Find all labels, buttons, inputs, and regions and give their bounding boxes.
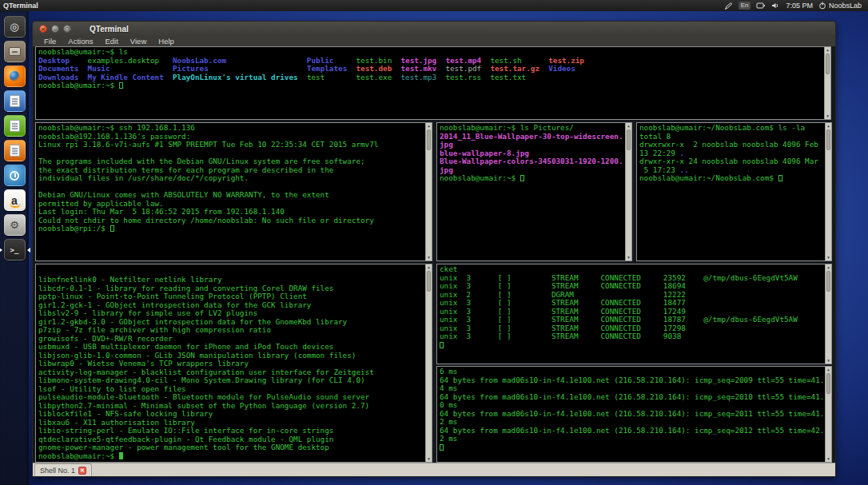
- menu-actions[interactable]: Actions: [68, 37, 93, 46]
- tablet-pen-icon[interactable]: [724, 2, 733, 10]
- qterminal-window: ✕ – ▢ QTerminal File Actions Edit View H…: [32, 21, 836, 477]
- pane-scrollbar[interactable]: ▲▼: [824, 47, 830, 119]
- writer-document-icon: [10, 95, 20, 107]
- panel-app-title: QTerminal: [0, 2, 38, 10]
- software-center-icon: [10, 171, 19, 181]
- calc-spreadsheet-icon: [10, 120, 20, 132]
- unity-launcher: ◎ a ⚙ >_: [0, 11, 29, 485]
- amazon-icon: a: [11, 196, 18, 205]
- tab-label: Shell No. 1: [40, 467, 75, 475]
- menu-view[interactable]: View: [130, 37, 146, 46]
- dash-swirl-icon: ◎: [10, 22, 18, 32]
- pane-scrollbar[interactable]: ▲▼: [825, 367, 831, 462]
- session-username: NoobsLab: [829, 2, 862, 10]
- launcher-item-libreoffice-impress[interactable]: [4, 140, 26, 161]
- tab-close-icon[interactable]: ✕: [78, 467, 86, 475]
- active-app-indicator-left: [0, 248, 2, 252]
- terminal-pane-ls-home[interactable]: noobslab@umair:~$ lsDesktop examples.des…: [35, 46, 831, 120]
- terminal-tab-bar: Shell No. 1 ✕: [33, 463, 835, 476]
- terminal-pane-ls-pictures[interactable]: noobslab@umair:~$ ls Pictures/2014_11_Bl…: [436, 122, 632, 261]
- window-close-button[interactable]: ✕: [39, 25, 47, 33]
- launcher-item-amazon[interactable]: a: [4, 189, 26, 211]
- window-maximize-button[interactable]: ▢: [63, 25, 71, 33]
- battery-icon[interactable]: [756, 2, 766, 10]
- pane-scrollbar[interactable]: ▲▼: [425, 123, 432, 260]
- active-app-indicator-right: [27, 248, 30, 252]
- impress-presentation-icon: [10, 145, 20, 157]
- menu-file[interactable]: File: [44, 37, 56, 46]
- session-menu[interactable]: NoobsLab: [818, 2, 862, 10]
- desktop-top-panel: QTerminal En 7:05 PM NoobsLab: [0, 0, 868, 11]
- tab-shell-1[interactable]: Shell No. 1 ✕: [34, 463, 92, 476]
- launcher-item-libreoffice-writer[interactable]: [4, 90, 26, 112]
- pane-scrollbar[interactable]: ▲▼: [425, 264, 432, 462]
- launcher-item-firefox[interactable]: [4, 66, 26, 87]
- launcher-item-qterminal[interactable]: >_: [4, 239, 26, 260]
- window-titlebar[interactable]: ✕ – ▢ QTerminal: [33, 22, 835, 36]
- terminal-split-area: noobslab@umair:~$ lsDesktop examples.des…: [33, 46, 835, 463]
- power-icon: [818, 2, 826, 10]
- menu-edit[interactable]: Edit: [105, 37, 117, 46]
- sound-icon[interactable]: [771, 2, 780, 10]
- terminal-prompt-icon: >_: [10, 246, 19, 254]
- launcher-item-files[interactable]: [4, 41, 26, 62]
- terminal-pane-packages[interactable]: libnfnetlink0 - Netfilter netlink librar…: [35, 264, 432, 463]
- system-tray: En 7:05 PM NoobsLab: [724, 2, 868, 10]
- keyboard-layout-indicator[interactable]: En: [739, 2, 751, 10]
- launcher-item-dash-home[interactable]: ◎: [4, 16, 26, 38]
- gear-icon: ⚙: [10, 220, 19, 230]
- clock[interactable]: 7:05 PM: [786, 2, 813, 10]
- terminal-pane-ping[interactable]: 6 ms64 bytes from mad06s10-in-f4.1e100.n…: [436, 366, 832, 463]
- terminal-pane-ls-la[interactable]: noobslab@umair:~/NoobsLab.com$ ls -latot…: [636, 122, 832, 261]
- firefox-icon: [10, 71, 20, 81]
- file-cabinet-icon: [9, 47, 21, 56]
- pane-scrollbar[interactable]: ▲▼: [625, 123, 631, 260]
- menu-bar: File Actions Edit View Help: [33, 36, 835, 46]
- pane-scrollbar[interactable]: ▲▼: [825, 264, 831, 364]
- window-title: QTerminal: [90, 25, 129, 34]
- menu-help[interactable]: Help: [158, 37, 174, 46]
- window-minimize-button[interactable]: –: [51, 25, 59, 33]
- launcher-item-software-center[interactable]: [4, 165, 26, 186]
- terminal-pane-sockets[interactable]: cketunix 3 [ ] STREAM CONNECTED 23592 @/…: [436, 264, 832, 364]
- terminal-pane-ssh-rpi[interactable]: noobslab@umair:~$ ssh 192.168.1.136noobs…: [35, 122, 432, 261]
- pane-scrollbar[interactable]: ▲▼: [825, 123, 831, 260]
- launcher-item-libreoffice-calc[interactable]: [4, 115, 26, 137]
- launcher-item-system-settings[interactable]: ⚙: [4, 214, 26, 236]
